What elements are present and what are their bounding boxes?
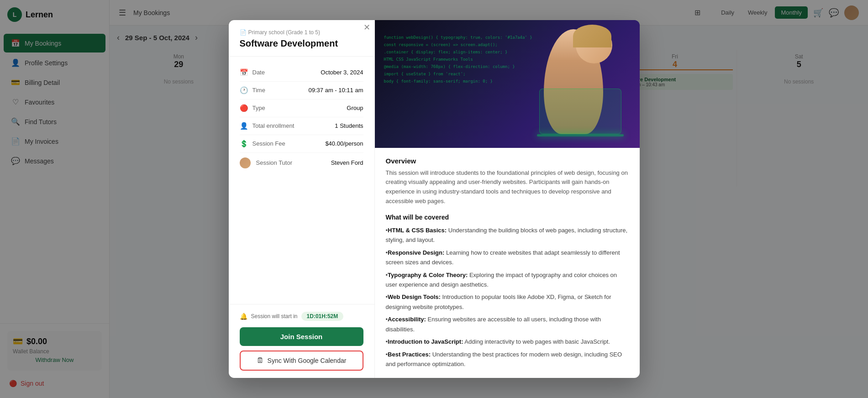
session-countdown: 🔔 Session will start in 1D:01H:52M (240, 312, 363, 321)
field-label-tutor: Session Tutor (256, 159, 293, 166)
modal-right-panel: function webDesign() { typography: true,… (375, 20, 640, 378)
field-icon-enrollment: 👤 (240, 122, 249, 130)
field-label-fee: Session Fee (253, 140, 285, 147)
breadcrumb-text: Primary school (Grade 1 to 5) (248, 29, 320, 36)
breadcrumb-icon: 📄 (240, 29, 247, 36)
countdown-label: Session will start in (251, 313, 298, 319)
overview-title: Overview (386, 157, 629, 165)
join-session-button[interactable]: Join Session (240, 327, 363, 346)
google-calendar-icon: 🗓 (257, 356, 264, 365)
field-value-fee: $40.00/person (325, 140, 363, 147)
covered-items: •HTML & CSS Basics: Understanding the bu… (386, 225, 629, 369)
field-label-date: Date (253, 69, 265, 76)
field-row-fee: 💲 Session Fee $40.00/person (240, 135, 363, 153)
modal-overview: Overview This session will introduce stu… (375, 148, 640, 378)
field-label-enrollment: Total enrollment (253, 122, 295, 129)
field-icon-type: 🔴 (240, 104, 249, 112)
modal-title: Software Development (240, 38, 363, 49)
field-label-time: Time (253, 87, 265, 94)
field-row-time: 🕐 Time 09:37 am - 10:11 am (240, 82, 363, 100)
covered-title: What will be covered (386, 214, 629, 221)
modal-overlay[interactable]: 📄 Primary school (Grade 1 to 5) Software… (0, 0, 868, 398)
field-value-type: Group (347, 105, 363, 111)
modal-fields: 📅 Date October 3, 2024 🕐 Time 09:37 am -… (229, 57, 374, 304)
field-icon-date: 📅 (240, 68, 249, 77)
covered-item: •Web Design Tools: Introduction to popul… (386, 292, 629, 312)
countdown-badge: 1D:01H:52M (301, 312, 344, 321)
field-label-type: Type (253, 105, 265, 111)
bell-icon: 🔔 (240, 313, 247, 320)
field-row-type: 🔴 Type Group (240, 100, 363, 117)
field-value-date: October 3, 2024 (321, 69, 363, 76)
field-icon-fee: 💲 (240, 140, 249, 148)
covered-item: •Responsive Design: Learning how to crea… (386, 248, 629, 267)
overview-text: This session will introduce students to … (386, 168, 629, 206)
modal-close-button[interactable]: ✕ (360, 20, 374, 35)
tutor-avatar (240, 157, 251, 168)
field-value-tutor: Steven Ford (331, 159, 363, 166)
covered-item: •Typography & Color Theory: Exploring th… (386, 270, 629, 290)
sync-google-calendar-button[interactable]: 🗓 Sync With Google Calendar (240, 351, 363, 371)
field-icon-time: 🕐 (240, 86, 249, 94)
covered-item: •HTML & CSS Basics: Understanding the bu… (386, 225, 629, 245)
field-row-enrollment: 👤 Total enrollment 1 Students (240, 117, 363, 135)
gcal-label: Sync With Google Calendar (268, 357, 347, 364)
covered-item: •Best Practices: Understanding the best … (386, 350, 629, 369)
covered-item: •Accessibility: Ensuring websites are ac… (386, 314, 629, 334)
field-row-date: 📅 Date October 3, 2024 (240, 64, 363, 82)
field-value-enrollment: 1 Students (335, 122, 363, 129)
modal-header: 📄 Primary school (Grade 1 to 5) Software… (229, 20, 374, 57)
modal-footer: 🔔 Session will start in 1D:01H:52M Join … (229, 304, 374, 378)
field-row-tutor: Session Tutor Steven Ford (240, 153, 363, 173)
modal: 📄 Primary school (Grade 1 to 5) Software… (229, 20, 640, 378)
modal-breadcrumb: 📄 Primary school (Grade 1 to 5) (240, 29, 363, 36)
modal-left-panel: 📄 Primary school (Grade 1 to 5) Software… (229, 20, 375, 378)
session-hero-image: function webDesign() { typography: true,… (375, 20, 640, 148)
covered-item: •Introduction to JavaScript: Adding inte… (386, 337, 629, 346)
field-value-time: 09:37 am - 10:11 am (309, 87, 363, 94)
